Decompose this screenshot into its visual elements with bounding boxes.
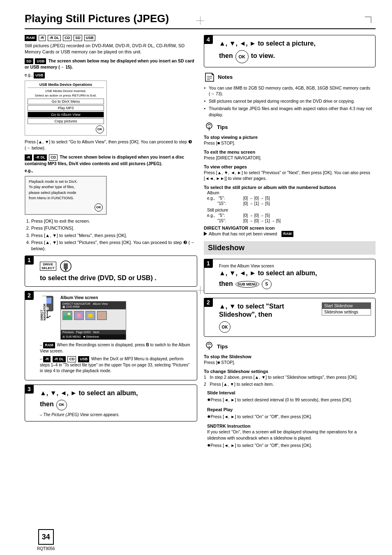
- main-layout: RAM -R -R DL CD SD USB Still pictures (J…: [25, 35, 376, 453]
- svg-point-11: [77, 313, 81, 318]
- direct-nav-icon-area: DIRECT NAVIGATOR: [40, 295, 56, 321]
- intro-text: Still pictures (JPEG) recorded on DVD-RA…: [25, 43, 197, 55]
- slideshow-tip2-title: To change Slideshow settings: [204, 369, 376, 374]
- badge-ram-note: RAM: [43, 342, 55, 348]
- menu-item-album[interactable]: Go to Album View: [28, 112, 104, 117]
- badge-usb-note: USB: [78, 356, 89, 362]
- eg-still-15-label: "15":: [207, 219, 240, 223]
- badge-sd-inline: SD: [25, 58, 33, 64]
- page-number: 34: [38, 529, 54, 545]
- badge-sd: SD: [74, 35, 82, 41]
- sd-usb-note: SD USB The screen shown below may be dis…: [25, 58, 197, 70]
- slideshow-step-box-1: 1 From the Album View screen ▲, ▼, ◄, ► …: [204, 259, 376, 294]
- slideshow-step1-from: From the Album View screen: [219, 263, 370, 268]
- note-item-3: Thumbnails for large JPEG files and imag…: [204, 106, 376, 117]
- format-badges-row: RAM -R -R DL CD SD USB: [25, 35, 197, 41]
- ok-button-slideshow[interactable]: OK: [219, 321, 231, 333]
- step-list-item-3: Press [▲, ▼] to select "Menu", then pres…: [31, 233, 197, 239]
- step-4-arrows: ▲, ▼, ◄, ► to select a picture,: [219, 40, 316, 47]
- step-number-3: 3: [25, 385, 34, 394]
- step-4-content: ▲, ▼, ◄, ► to select a picture, then OK …: [219, 39, 370, 63]
- slide-settings-details: Slide Interval ●Press [◄, ►] to select d…: [207, 390, 376, 449]
- slideshow-option-settings[interactable]: Slideshow settings: [322, 309, 371, 315]
- badge-r: -R: [39, 35, 46, 41]
- eg-still-5-label: e.g., "5":: [207, 213, 240, 218]
- badge-cd: CD: [63, 35, 71, 41]
- usb-screen-instruction: Select an action or press RETURN to Exit…: [28, 94, 104, 97]
- left-column: RAM -R -R DL CD SD USB Still pictures (J…: [25, 35, 197, 453]
- page-wrapper: Playing Still Pictures (JPEG) RAM -R -R …: [25, 12, 376, 555]
- menu-item-copy[interactable]: Copy pictures: [28, 118, 104, 124]
- usb-screen-ok: OK: [28, 125, 104, 134]
- badge-usb-eg: USB: [34, 72, 45, 78]
- sndtrk-title: SNDTRK Instruction: [207, 424, 376, 428]
- eg2-label: e.g.,: [25, 168, 197, 174]
- tip3-title: To view other pages: [204, 164, 376, 169]
- drive-select-label: DRIVESELECT: [40, 262, 56, 271]
- tip2-title: To exit the menu screen: [204, 150, 376, 154]
- ok-button-step4[interactable]: OK: [235, 50, 249, 63]
- tip5-title: DIRECT NAVIGATOR screen icon: [204, 226, 376, 230]
- notes-title: Notes: [218, 74, 233, 80]
- slideshow-tip1-title: To stop the Slideshow: [204, 354, 376, 359]
- slideshow-option-start[interactable]: Start Slideshow: [322, 303, 371, 309]
- tips-icon: [204, 122, 214, 132]
- step-box-3: 3 ▲, ▼, ◄, ► to select an album, then OK…: [25, 385, 197, 421]
- album-screen-subheader: ▣ DVD-RAM: [62, 305, 124, 309]
- menu-item-mp3[interactable]: Play MP3: [28, 105, 104, 111]
- badge-rdl: -R DL: [48, 35, 61, 41]
- s-button[interactable]: S: [262, 279, 272, 289]
- step-1-content: DRIVESELECT to select the drive (DVD, SD…: [40, 260, 192, 283]
- slideshow-tip2-steps: 1 In step 2 above, press [▲, ▼] to selec…: [204, 374, 376, 387]
- slide-interval-body: ●Press [◄, ►] to select desired interval…: [207, 396, 376, 404]
- drive-select-label-box: DRIVESELECT: [40, 262, 56, 271]
- slideshow-tip1-body: Press [■ STOP].: [204, 359, 376, 366]
- slideshow-step-number-1: 1: [204, 259, 213, 268]
- slideshow-step1-then: then SUB MENU S: [219, 279, 370, 289]
- tips-table: Album e.g., "5": [0] → [0] → [5] "15": […: [207, 190, 376, 223]
- ok-button-icon: OK: [96, 125, 104, 134]
- tip5-body: Album that has not yet been viewed RAM: [204, 231, 376, 237]
- disc-note-text: The screen shown below is displayed when…: [25, 154, 184, 166]
- badge-r-note: -R: [43, 356, 51, 362]
- eg-label: e.g., USB: [25, 72, 197, 78]
- badge-r2: -R: [25, 154, 32, 161]
- tips-table-still-label: Still picture: [207, 207, 376, 212]
- album-view-label: Album View screen: [60, 295, 126, 300]
- album-15-sequence: [0] → [1] → [5]: [243, 201, 270, 206]
- usb-screen-title: USB Media Device Operations: [28, 83, 104, 88]
- badge-ram-tip5: RAM: [281, 231, 293, 237]
- step-box-1: 1 DRIVESELECT to select the drive (: [25, 256, 197, 287]
- b-button: B: [146, 343, 150, 347]
- page-footer: 34 RQT9056: [37, 529, 55, 551]
- menu-item-divx[interactable]: Go to DivX Menu: [28, 99, 104, 104]
- slideshow-step1-arrows: ▲, ▼, ◄, ► to select an album,: [219, 269, 370, 278]
- album-thumb-1: [62, 311, 72, 320]
- bullet-3: ●: [207, 442, 210, 448]
- divx-screen-ok: OK: [29, 203, 103, 212]
- tip3-body: Press [▲, ▼, ◄, ►] to select "Previous" …: [204, 170, 376, 182]
- step-4-row1: ▲, ▼, ◄, ► to select a picture, then OK …: [219, 39, 370, 63]
- still-5-sequence: [0] → [0] → [5]: [243, 213, 270, 218]
- slideshow-tip2-step1: 1 In step 2 above, press [▲, ▼] to selec…: [204, 374, 376, 380]
- usb-screen-subtitle: USB Media Device inserted.: [28, 89, 104, 93]
- sub-menu-btn[interactable]: SUB MENU: [235, 281, 259, 288]
- bullet-2: ●: [207, 413, 210, 419]
- step-4-to-view: to view.: [251, 52, 275, 60]
- step-4-then-ok: then OK to view.: [219, 50, 316, 63]
- steps-list: Press [OK] to exit the screen. Press [FU…: [31, 218, 197, 252]
- repeat-play-body: ●Press [◄, ►] to select "On" or "Off", t…: [207, 412, 376, 421]
- tip4-title: To select the still picture or album wit…: [204, 185, 376, 190]
- ok-button-step3[interactable]: OK: [56, 400, 67, 410]
- tips-box: Tips To stop viewing a picture Press [■ …: [204, 122, 376, 237]
- note-item-1: You can use 8MB to 2GB SD memory cards, …: [204, 85, 376, 97]
- step-4-then: then: [219, 52, 233, 60]
- right-column: 4 ▲, ▼, ◄, ► to select a picture, then O…: [204, 35, 376, 453]
- badge-usb: USB: [84, 35, 95, 41]
- eg-5-label: e.g., "5":: [207, 196, 240, 200]
- step-number-1: 1: [25, 256, 34, 265]
- step-3-content: ▲, ▼, ◄, ► to select an album, then OK –…: [40, 389, 192, 417]
- album-screen-body: [61, 309, 126, 330]
- tips-table-album-5: e.g., "5": [0] → [0] → [5]: [207, 196, 376, 200]
- corner-mark-tr: [365, 16, 371, 23]
